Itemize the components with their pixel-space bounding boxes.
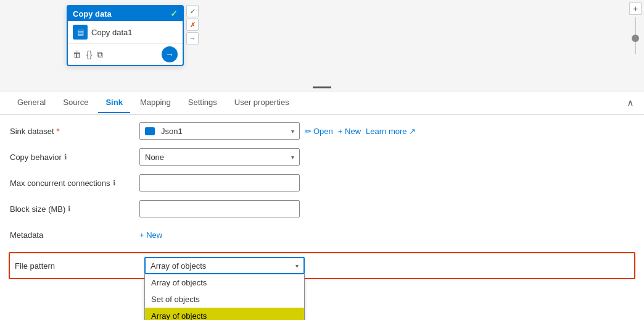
tab-settings[interactable]: Settings — [181, 93, 225, 113]
copy-behavior-label: Copy behavior ℹ — [10, 153, 139, 162]
block-size-control — [139, 200, 634, 217]
max-concurrent-input[interactable] — [139, 174, 300, 192]
tab-user-properties[interactable]: User properties — [227, 93, 297, 113]
sink-dataset-row: Sink dataset * Json1 ▾ ✏ Open + New — [10, 122, 634, 140]
copy-behavior-info-icon: ℹ — [64, 153, 67, 161]
new-dataset-link[interactable]: + New — [338, 127, 361, 136]
copy-data-node[interactable]: Copy data ✓ ▤ Copy data1 🗑 {} ⧉ → — [67, 5, 184, 66]
copy-node-check-icon: ✓ — [170, 9, 178, 19]
copy-node-title: Copy data — [73, 9, 112, 19]
node-action-buttons: ✓ ✗ → — [186, 5, 644, 44]
tab-mapping[interactable]: Mapping — [133, 93, 178, 113]
max-concurrent-row: Max concurrent connections ℹ — [10, 174, 634, 192]
file-pattern-option-2[interactable]: Array of objects — [145, 308, 304, 320]
tab-source[interactable]: Source — [56, 93, 96, 113]
sink-dataset-value: Json1 — [161, 127, 183, 136]
action-arrow-button[interactable]: → — [186, 32, 199, 44]
collapse-line — [313, 86, 331, 88]
zoom-slider-track — [635, 17, 636, 54]
copy-node-toolbar: 🗑 {} ⧉ → — [68, 43, 183, 65]
file-pattern-label: File pattern — [15, 261, 144, 271]
file-pattern-chevron: ▾ — [295, 263, 299, 269]
tab-sink[interactable]: Sink — [98, 93, 130, 113]
copy-behavior-dropdown[interactable]: None ▾ — [139, 148, 300, 166]
zoom-slider-thumb[interactable] — [632, 35, 639, 42]
file-pattern-option-0[interactable]: Array of objects — [145, 274, 304, 291]
pencil-icon: ✏ — [305, 127, 312, 136]
sink-dataset-label: Sink dataset * — [10, 127, 139, 136]
properties-panel: General Source Sink Mapping Settings Use… — [0, 91, 644, 287]
braces-icon[interactable]: {} — [86, 49, 92, 59]
sink-dataset-chevron: ▾ — [291, 128, 294, 135]
required-indicator: * — [57, 127, 60, 136]
dataset-type-icon — [145, 127, 155, 135]
navigate-arrow-icon[interactable]: → — [162, 46, 178, 62]
collapse-button[interactable]: ∧ — [627, 97, 634, 109]
file-pattern-dropdown-container: Array of objects ▾ Array of objects Set … — [144, 257, 305, 274]
copy-icon[interactable]: ⧉ — [97, 49, 103, 60]
file-pattern-menu: Array of objects Set of objects Array of… — [144, 274, 305, 320]
metadata-new-button[interactable]: + New — [139, 230, 162, 240]
tab-general[interactable]: General — [10, 93, 53, 113]
copy-behavior-value: None — [145, 153, 164, 162]
file-pattern-dropdown[interactable]: Array of objects ▾ — [144, 257, 305, 274]
copy-behavior-control: None ▾ — [139, 148, 634, 166]
tabs-bar: General Source Sink Mapping Settings Use… — [0, 91, 644, 115]
sink-dataset-dropdown[interactable]: Json1 ▾ — [139, 122, 300, 140]
action-check-button[interactable]: ✓ — [186, 5, 199, 17]
block-size-input[interactable] — [139, 200, 300, 217]
learn-more-link[interactable]: Learn more ↗ — [366, 127, 416, 136]
block-size-row: Block size (MB) ℹ — [10, 200, 634, 217]
copy-node-icon: ▤ — [73, 25, 88, 40]
delete-icon[interactable]: 🗑 — [73, 49, 81, 59]
sink-dataset-control: Json1 ▾ ✏ Open + New Learn more ↗ — [139, 122, 634, 140]
block-size-info-icon: ℹ — [68, 204, 71, 213]
copy-behavior-chevron: ▾ — [291, 154, 294, 161]
file-pattern-control: Array of objects ▾ Array of objects Set … — [144, 257, 629, 274]
metadata-row: Metadata + New — [10, 226, 634, 243]
copy-node-name: Copy data1 — [91, 28, 133, 37]
metadata-control: + New — [139, 230, 634, 240]
form-section: Sink dataset * Json1 ▾ ✏ Open + New — [0, 115, 644, 287]
zoom-controls: + — [629, 2, 642, 57]
copy-node-body: ▤ Copy data1 — [68, 21, 183, 43]
canvas-area: Copy data ✓ ▤ Copy data1 🗑 {} ⧉ → ✓ ✗ → … — [0, 0, 644, 91]
open-dataset-link[interactable]: ✏ Open — [305, 127, 333, 136]
max-concurrent-label: Max concurrent connections ℹ — [10, 179, 139, 188]
zoom-in-button[interactable]: + — [629, 2, 642, 15]
action-cross-button[interactable]: ✗ — [186, 19, 199, 31]
metadata-label: Metadata — [10, 230, 139, 240]
dataset-icon-symbol: ▤ — [77, 28, 84, 36]
max-concurrent-control — [139, 174, 634, 192]
block-size-label: Block size (MB) ℹ — [10, 204, 139, 214]
file-pattern-option-1[interactable]: Set of objects — [145, 291, 304, 308]
copy-behavior-row: Copy behavior ℹ None ▾ — [10, 148, 634, 166]
max-concurrent-info-icon: ℹ — [113, 179, 116, 187]
file-pattern-row: File pattern Array of objects ▾ Array of… — [9, 252, 635, 279]
copy-node-header: Copy data ✓ — [68, 6, 183, 21]
file-pattern-value: Array of objects — [151, 261, 206, 271]
